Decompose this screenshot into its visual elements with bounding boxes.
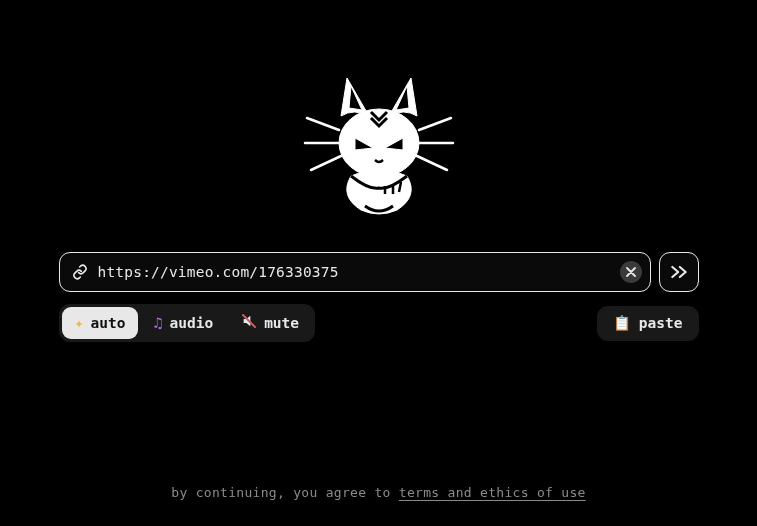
cat-mascot-icon bbox=[299, 68, 459, 238]
close-icon bbox=[626, 267, 636, 277]
submit-button[interactable] bbox=[659, 252, 699, 292]
mode-audio-button[interactable]: ♫ audio bbox=[140, 307, 226, 339]
paste-label: paste bbox=[639, 315, 683, 331]
paste-button[interactable]: 📋 paste bbox=[597, 306, 699, 341]
mode-auto-button[interactable]: ✦ auto bbox=[62, 307, 139, 339]
mode-label: auto bbox=[91, 315, 126, 331]
mode-toggle-group: ✦ auto ♫ audio mute bbox=[59, 304, 316, 342]
link-icon bbox=[72, 264, 88, 280]
footer-disclaimer: by continuing, you agree to terms and et… bbox=[0, 485, 757, 500]
clear-input-button[interactable] bbox=[620, 261, 642, 283]
url-input[interactable] bbox=[98, 264, 610, 280]
terms-link[interactable]: terms and ethics of use bbox=[399, 485, 586, 500]
options-row: ✦ auto ♫ audio mute 📋 paste bbox=[59, 304, 699, 342]
mode-mute-button[interactable]: mute bbox=[228, 307, 312, 339]
url-input-row bbox=[59, 252, 699, 292]
speaker-mute-icon bbox=[241, 313, 257, 333]
url-input-container[interactable] bbox=[59, 252, 651, 292]
cat-mascot-logo bbox=[299, 68, 459, 238]
clipboard-icon: 📋 bbox=[613, 315, 631, 332]
chevron-double-right-icon bbox=[669, 264, 689, 280]
footer-prefix: by continuing, you agree to bbox=[171, 485, 399, 500]
mode-label: mute bbox=[264, 315, 299, 331]
mode-label: audio bbox=[169, 315, 213, 331]
music-notes-icon: ♫ bbox=[153, 314, 162, 332]
sparkle-icon: ✦ bbox=[75, 314, 84, 332]
